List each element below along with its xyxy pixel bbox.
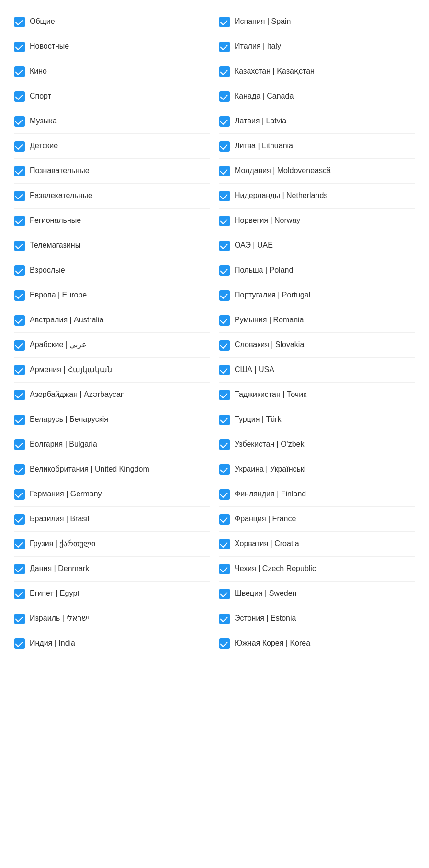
checkbox-checked-icon[interactable] <box>14 539 25 549</box>
list-item[interactable]: Швеция | Sweden <box>219 582 415 606</box>
list-item[interactable]: Узбекистан | O'zbek <box>219 432 415 457</box>
checkbox-checked-icon[interactable] <box>219 365 230 375</box>
checkbox-checked-icon[interactable] <box>14 191 25 201</box>
checkbox-checked-icon[interactable] <box>219 514 230 525</box>
checkbox-checked-icon[interactable] <box>14 564 25 574</box>
checkbox-checked-icon[interactable] <box>14 91 25 102</box>
list-item[interactable]: Молдавия | Moldovenească <box>219 159 415 184</box>
checkbox-checked-icon[interactable] <box>219 614 230 624</box>
list-item[interactable]: Развлекательные <box>14 184 210 209</box>
list-item[interactable]: Германия | Germany <box>14 482 210 507</box>
list-item[interactable]: Дания | Denmark <box>14 557 210 582</box>
list-item[interactable]: Франция | France <box>219 507 415 532</box>
checkbox-checked-icon[interactable] <box>14 415 25 425</box>
checkbox-checked-icon[interactable] <box>14 589 25 599</box>
checkbox-checked-icon[interactable] <box>219 439 230 450</box>
checkbox-checked-icon[interactable] <box>219 216 230 226</box>
list-item[interactable]: Норвегия | Norway <box>219 209 415 233</box>
checkbox-checked-icon[interactable] <box>14 439 25 450</box>
list-item[interactable]: Новостные <box>14 34 210 59</box>
list-item[interactable]: Нидерланды | Netherlands <box>219 184 415 209</box>
list-item[interactable]: Канада | Canada <box>219 84 415 109</box>
list-item[interactable]: Литва | Lithuania <box>219 134 415 159</box>
list-item[interactable]: Финляндия | Finland <box>219 482 415 507</box>
list-item[interactable]: Испания | Spain <box>219 10 415 34</box>
checkbox-checked-icon[interactable] <box>14 365 25 375</box>
list-item[interactable]: Телемагазины <box>14 233 210 258</box>
list-item[interactable]: Беларусь | Беларускія <box>14 407 210 432</box>
checkbox-checked-icon[interactable] <box>219 91 230 102</box>
list-item[interactable]: Взрослые <box>14 258 210 283</box>
list-item[interactable]: Турция | Türk <box>219 407 415 432</box>
checkbox-checked-icon[interactable] <box>14 241 25 251</box>
checkbox-checked-icon[interactable] <box>219 638 230 649</box>
checkbox-checked-icon[interactable] <box>219 589 230 599</box>
list-item[interactable]: Бразилия | Brasil <box>14 507 210 532</box>
checkbox-checked-icon[interactable] <box>219 141 230 152</box>
list-item[interactable]: Южная Корея | Korea <box>219 631 415 656</box>
checkbox-checked-icon[interactable] <box>219 564 230 574</box>
list-item[interactable]: Хорватия | Croatia <box>219 532 415 557</box>
checkbox-checked-icon[interactable] <box>14 614 25 624</box>
list-item[interactable]: Азербайджан | Azərbaycan <box>14 383 210 407</box>
list-item[interactable]: Грузия | ქართული <box>14 532 210 557</box>
checkbox-checked-icon[interactable] <box>219 265 230 276</box>
list-item[interactable]: Спорт <box>14 84 210 109</box>
checkbox-checked-icon[interactable] <box>14 265 25 276</box>
list-item[interactable]: Армения | Հայկական <box>14 358 210 383</box>
list-item[interactable]: Индия | India <box>14 631 210 656</box>
list-item[interactable]: Украина | Українські <box>219 457 415 482</box>
list-item[interactable]: США | USA <box>219 358 415 383</box>
list-item[interactable]: Болгария | Bulgaria <box>14 432 210 457</box>
list-item[interactable]: Египет | Egypt <box>14 582 210 606</box>
checkbox-checked-icon[interactable] <box>14 166 25 176</box>
list-item[interactable]: Польша | Poland <box>219 258 415 283</box>
checkbox-checked-icon[interactable] <box>219 191 230 201</box>
list-item[interactable]: Италия | Italy <box>219 34 415 59</box>
list-item[interactable]: Музыка <box>14 109 210 134</box>
list-item[interactable]: Латвия | Latvia <box>219 109 415 134</box>
list-item[interactable]: Великобритания | United Kingdom <box>14 457 210 482</box>
list-item[interactable]: Кино <box>14 59 210 84</box>
checkbox-checked-icon[interactable] <box>14 66 25 77</box>
checkbox-checked-icon[interactable] <box>219 340 230 351</box>
checkbox-checked-icon[interactable] <box>219 116 230 127</box>
checkbox-checked-icon[interactable] <box>14 17 25 27</box>
list-item[interactable]: Арабские | عربي <box>14 333 210 358</box>
list-item[interactable]: Румыния | Romania <box>219 308 415 333</box>
list-item[interactable]: Таджикистан | Точик <box>219 383 415 407</box>
list-item[interactable]: Региональные <box>14 209 210 233</box>
checkbox-checked-icon[interactable] <box>219 17 230 27</box>
list-item[interactable]: Австралия | Australia <box>14 308 210 333</box>
checkbox-checked-icon[interactable] <box>219 489 230 500</box>
list-item[interactable]: Словакия | Slovakia <box>219 333 415 358</box>
list-item[interactable]: Чехия | Czech Republic <box>219 557 415 582</box>
checkbox-checked-icon[interactable] <box>219 539 230 549</box>
checkbox-checked-icon[interactable] <box>219 66 230 77</box>
list-item[interactable]: Эстония | Estonia <box>219 606 415 631</box>
checkbox-checked-icon[interactable] <box>14 464 25 475</box>
checkbox-checked-icon[interactable] <box>219 390 230 400</box>
checkbox-checked-icon[interactable] <box>219 241 230 251</box>
checkbox-checked-icon[interactable] <box>219 166 230 176</box>
list-item[interactable]: Детские <box>14 134 210 159</box>
checkbox-checked-icon[interactable] <box>14 290 25 301</box>
checkbox-checked-icon[interactable] <box>14 141 25 152</box>
checkbox-checked-icon[interactable] <box>219 315 230 326</box>
list-item[interactable]: Общие <box>14 10 210 34</box>
list-item[interactable]: Казахстан | Қазақстан <box>219 59 415 84</box>
checkbox-checked-icon[interactable] <box>14 116 25 127</box>
list-item[interactable]: ОАЭ | UAE <box>219 233 415 258</box>
checkbox-checked-icon[interactable] <box>14 514 25 525</box>
checkbox-checked-icon[interactable] <box>14 390 25 400</box>
list-item[interactable]: Израиль | ישראלי <box>14 606 210 631</box>
checkbox-checked-icon[interactable] <box>14 315 25 326</box>
checkbox-checked-icon[interactable] <box>219 42 230 52</box>
list-item[interactable]: Познавательные <box>14 159 210 184</box>
checkbox-checked-icon[interactable] <box>219 290 230 301</box>
checkbox-checked-icon[interactable] <box>14 489 25 500</box>
checkbox-checked-icon[interactable] <box>219 415 230 425</box>
checkbox-checked-icon[interactable] <box>14 340 25 351</box>
checkbox-checked-icon[interactable] <box>219 464 230 475</box>
list-item[interactable]: Португалия | Portugal <box>219 283 415 308</box>
